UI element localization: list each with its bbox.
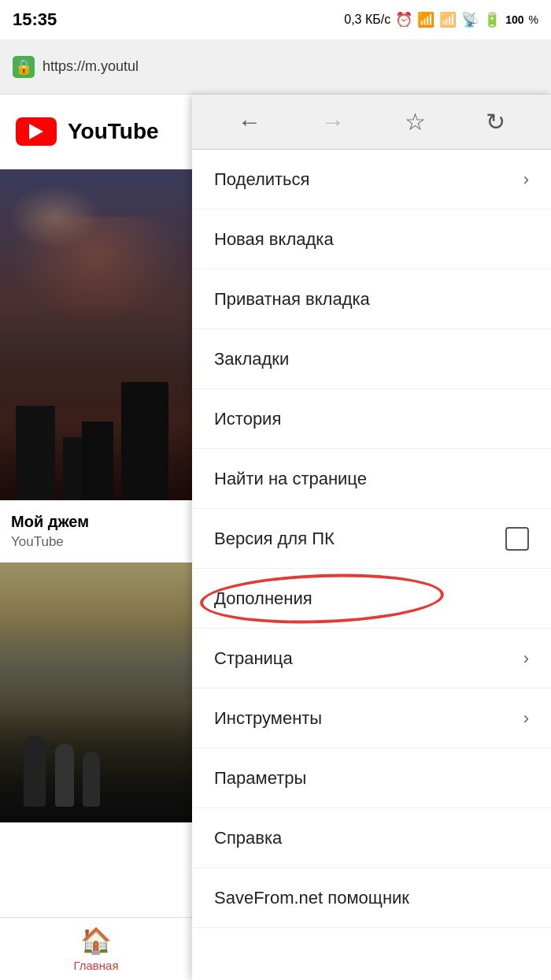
- menu-item-tools-label: Инструменты: [214, 708, 322, 729]
- menu-item-history-label: История: [214, 409, 281, 429]
- youtube-header: YouTube: [0, 95, 192, 169]
- menu-item-help[interactable]: Справка: [192, 808, 551, 868]
- menu-item-new-tab-label: Новая вкладка: [214, 229, 334, 250]
- status-icons: 0,3 КБ/с ⏰ 📶 📶 📡 🔋 100 %: [344, 11, 538, 28]
- page-arrow-icon: ›: [523, 648, 529, 669]
- video-info: Мой джем YouTube: [0, 500, 192, 562]
- menu-item-private-tab[interactable]: Приватная вкладка: [192, 269, 551, 329]
- menu-item-page[interactable]: Страница ›: [192, 629, 551, 689]
- url-text[interactable]: https://m.youtul: [43, 58, 538, 75]
- menu-item-history[interactable]: История: [192, 389, 551, 449]
- bottom-navigation: 🏠 Главная: [0, 917, 192, 980]
- video-thumbnail-bottom[interactable]: [0, 562, 192, 822]
- wifi-icon: 📡: [461, 11, 479, 28]
- signal-icon-2: 📶: [439, 11, 457, 28]
- play-triangle-icon: [29, 124, 43, 139]
- data-speed: 0,3 КБ/с: [344, 13, 390, 27]
- forward-button[interactable]: →: [315, 102, 351, 142]
- home-icon: 🏠: [80, 926, 112, 956]
- clock-icon: ⏰: [395, 11, 412, 28]
- menu-item-find-on-page-label: Найти на странице: [214, 469, 367, 489]
- menu-item-tools[interactable]: Инструменты ›: [192, 689, 551, 748]
- menu-item-settings[interactable]: Параметры: [192, 748, 551, 808]
- menu-item-savefrom[interactable]: SaveFrom.net помощник: [192, 868, 551, 928]
- tools-arrow-icon: ›: [523, 708, 529, 729]
- menu-item-share[interactable]: Поделиться ›: [192, 150, 551, 210]
- share-arrow-icon: ›: [523, 169, 529, 190]
- context-menu-dropdown: ← → ☆ ↻ Поделиться › Новая вкладка Прива…: [192, 95, 551, 980]
- menu-item-new-tab[interactable]: Новая вкладка: [192, 210, 551, 269]
- menu-item-private-tab-label: Приватная вкладка: [214, 289, 370, 310]
- youtube-logo-icon: [16, 117, 57, 146]
- home-nav-item[interactable]: 🏠 Главная: [73, 926, 118, 972]
- video-title: Мой джем: [11, 513, 181, 531]
- menu-item-help-label: Справка: [214, 828, 282, 848]
- reload-button[interactable]: ↻: [479, 102, 512, 142]
- video-channel: YouTube: [11, 534, 181, 550]
- video-thumbnail-top[interactable]: [0, 169, 192, 500]
- status-time: 15:35: [13, 9, 57, 30]
- desktop-version-checkbox[interactable]: [505, 527, 529, 551]
- home-label: Главная: [73, 959, 118, 972]
- menu-item-desktop-version-label: Версия для ПК: [214, 529, 335, 549]
- menu-list: Поделиться › Новая вкладка Приватная вкл…: [192, 150, 551, 928]
- lock-icon: 🔒: [13, 56, 35, 78]
- address-bar: 🔒 https://m.youtul: [0, 39, 551, 95]
- menu-item-bookmarks[interactable]: Закладки: [192, 329, 551, 389]
- menu-item-extensions[interactable]: Дополнения: [192, 569, 551, 629]
- signal-icon: 📶: [417, 11, 435, 28]
- bookmark-button[interactable]: ☆: [398, 102, 432, 142]
- menu-item-extensions-label: Дополнения: [214, 588, 312, 609]
- menu-item-settings-label: Параметры: [214, 768, 306, 789]
- menu-item-savefrom-label: SaveFrom.net помощник: [214, 888, 409, 908]
- menu-item-desktop-version[interactable]: Версия для ПК: [192, 509, 551, 569]
- battery-level: 100: [505, 13, 523, 26]
- browser-nav-bar: ← → ☆ ↻: [192, 95, 551, 150]
- back-button[interactable]: ←: [231, 102, 268, 142]
- menu-item-find-on-page[interactable]: Найти на странице: [192, 449, 551, 509]
- battery-percent: %: [529, 13, 538, 26]
- status-bar: 15:35 0,3 КБ/с ⏰ 📶 📶 📡 🔋 100 %: [0, 0, 551, 39]
- menu-item-page-label: Страница: [214, 648, 293, 669]
- battery-icon: 🔋: [483, 11, 501, 28]
- menu-item-bookmarks-label: Закладки: [214, 349, 289, 369]
- youtube-title: YouTube: [68, 119, 159, 144]
- menu-item-share-label: Поделиться: [214, 169, 309, 190]
